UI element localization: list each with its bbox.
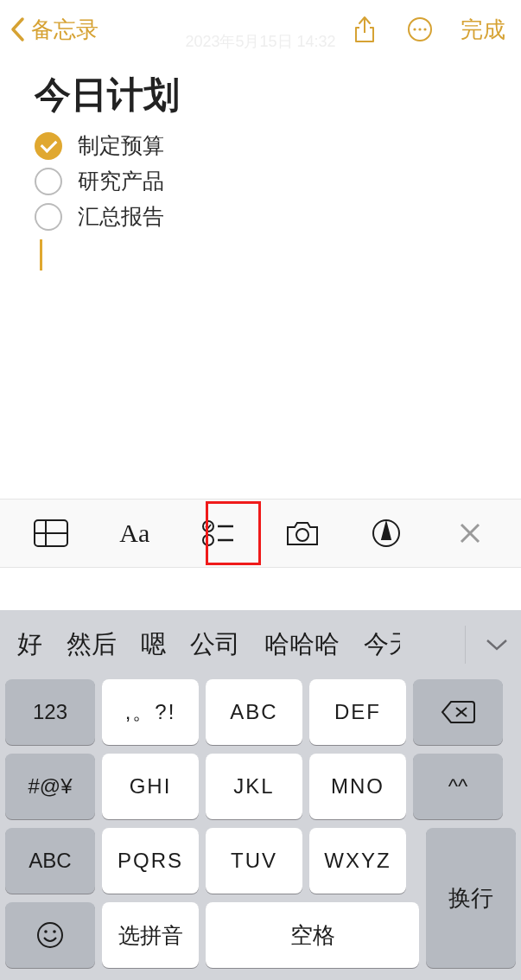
nav-bar: 备忘录 2023年5月15日 14:32 完成 — [0, 0, 521, 59]
key-shift-abc[interactable]: ABC — [5, 828, 95, 894]
svg-point-12 — [296, 529, 308, 541]
svg-point-2 — [413, 28, 416, 30]
checklist-item[interactable]: 汇总报告 — [35, 202, 495, 231]
note-body[interactable]: 今日计划 制定预算 研究产品 汇总报告 — [0, 59, 521, 270]
suggestion[interactable]: 公司 — [178, 627, 252, 662]
key-tuv[interactable]: TUV — [206, 828, 302, 894]
checkbox-checked-icon[interactable] — [35, 132, 62, 160]
svg-point-19 — [44, 930, 48, 933]
divider — [465, 626, 466, 664]
done-button[interactable]: 完成 — [461, 15, 512, 45]
svg-point-20 — [53, 930, 56, 933]
suggestion[interactable]: 然后 — [54, 627, 129, 662]
share-button[interactable] — [350, 15, 379, 44]
backspace-icon — [441, 700, 475, 724]
key-face[interactable]: ^^ — [413, 754, 503, 819]
suggestion[interactable]: 今天 — [352, 627, 400, 662]
checklist-item[interactable]: 研究产品 — [35, 167, 495, 195]
suggestion[interactable]: 好 — [5, 627, 54, 662]
markup-button[interactable] — [365, 512, 407, 554]
emoji-icon — [36, 921, 64, 949]
key-pqrs[interactable]: PQRS — [102, 828, 199, 894]
checklist-label[interactable]: 汇总报告 — [78, 202, 164, 231]
suggestion[interactable]: 嗯 — [129, 627, 178, 662]
chevron-left-icon — [5, 16, 31, 42]
chevron-down-icon[interactable] — [481, 629, 512, 660]
close-keyboard-button[interactable] — [449, 512, 491, 554]
key-enter[interactable]: 换行 — [426, 828, 516, 968]
key-abc[interactable]: ABC — [206, 679, 302, 745]
key-ghi[interactable]: GHI — [102, 754, 199, 819]
svg-point-8 — [203, 521, 213, 531]
camera-button[interactable] — [282, 512, 323, 554]
back-label: 备忘录 — [31, 15, 98, 45]
suggestion[interactable]: 哈哈哈 — [252, 627, 352, 662]
key-mno[interactable]: MNO — [309, 754, 406, 819]
checklist-item[interactable]: 制定预算 — [35, 131, 495, 160]
key-symbols[interactable]: #@¥ — [5, 754, 95, 819]
keyboard: 好 然后 嗯 公司 哈哈哈 今天 123 ,。?! ABC DEF #@¥ GH… — [0, 610, 521, 980]
table-button[interactable] — [30, 512, 72, 554]
key-space[interactable]: 空格 — [206, 902, 419, 968]
checklist-label[interactable]: 研究产品 — [78, 167, 164, 195]
key-backspace[interactable] — [413, 679, 503, 745]
key-jkl[interactable]: JKL — [206, 754, 302, 819]
checklist-label[interactable]: 制定预算 — [78, 131, 164, 160]
key-punct[interactable]: ,。?! — [102, 679, 199, 745]
key-numbers[interactable]: 123 — [5, 679, 95, 745]
svg-point-18 — [38, 923, 62, 947]
svg-point-10 — [203, 535, 213, 545]
text-format-button[interactable]: Aa — [114, 512, 156, 554]
key-wxyz[interactable]: WXYZ — [309, 828, 406, 894]
checkbox-empty-icon[interactable] — [35, 203, 62, 231]
more-button[interactable] — [405, 15, 435, 44]
back-button[interactable]: 备忘录 — [5, 15, 98, 45]
checklist-button[interactable] — [198, 512, 239, 554]
text-cursor — [40, 239, 42, 270]
checkbox-empty-icon[interactable] — [35, 168, 62, 195]
svg-point-4 — [423, 28, 426, 30]
note-title[interactable]: 今日计划 — [35, 71, 495, 119]
svg-point-3 — [418, 28, 421, 30]
format-toolbar: Aa — [0, 499, 521, 568]
key-def[interactable]: DEF — [309, 679, 406, 745]
suggestion-bar: 好 然后 嗯 公司 哈哈哈 今天 — [0, 610, 521, 679]
key-pinyin[interactable]: 选拼音 — [102, 902, 199, 968]
key-emoji[interactable] — [5, 902, 95, 968]
